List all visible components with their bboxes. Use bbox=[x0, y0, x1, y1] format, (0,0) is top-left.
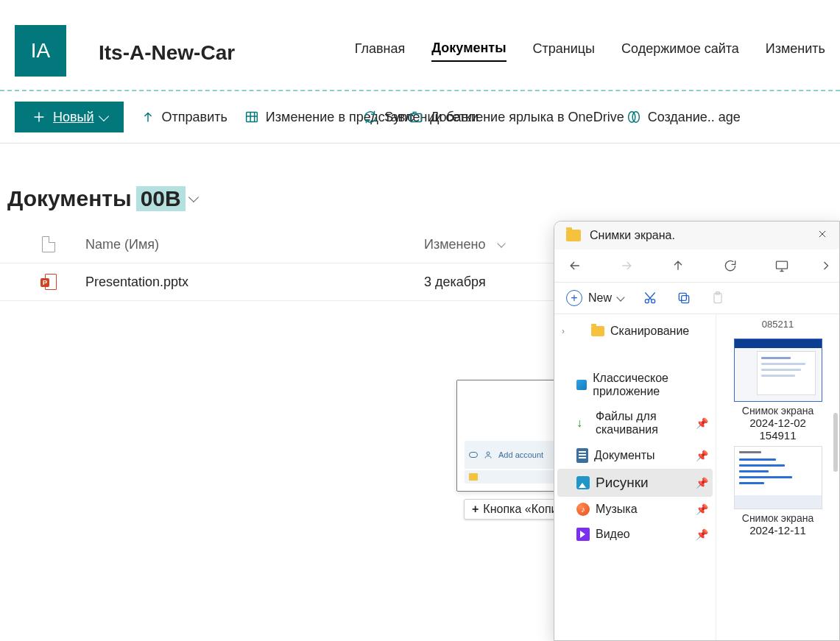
svg-point-4 bbox=[487, 452, 490, 455]
pin-icon: 📌 bbox=[696, 503, 708, 515]
tree-label: Рисунки bbox=[596, 475, 649, 491]
column-modified-label: Изменено bbox=[424, 237, 485, 252]
upload-label: Отправить bbox=[162, 110, 227, 125]
site-logo[interactable]: IA bbox=[15, 25, 66, 77]
arrow-right-icon bbox=[619, 258, 634, 273]
pin-icon: 📌 bbox=[696, 528, 708, 540]
create-label: Создание.. age bbox=[648, 110, 741, 125]
library-title-text: Документы bbox=[7, 186, 132, 211]
nav-documents[interactable]: Документы bbox=[431, 40, 506, 62]
svg-rect-1 bbox=[411, 113, 422, 121]
explorer-title: Снимки экрана. bbox=[590, 229, 675, 242]
svg-point-3 bbox=[632, 112, 639, 123]
pictures-icon bbox=[576, 476, 590, 489]
top-nav: Главная Документы Страницы Содержимое са… bbox=[355, 40, 825, 62]
library-title[interactable]: Документы 00B bbox=[7, 186, 197, 211]
pin-icon: 📌 bbox=[696, 417, 708, 429]
tree-item-scan[interactable]: › Сканирование bbox=[557, 319, 713, 344]
explorer-commandbar: + New bbox=[554, 283, 839, 314]
site-title: Its-A-New-Car bbox=[99, 37, 235, 65]
nav-home[interactable]: Главная bbox=[355, 41, 406, 61]
file-name: Presentation.pptx bbox=[85, 275, 424, 290]
monitor-icon bbox=[774, 258, 789, 273]
nav-back-button[interactable] bbox=[560, 258, 590, 273]
filename-fragment: 085211 bbox=[722, 319, 833, 334]
tree-item-video[interactable]: Видео 📌 bbox=[557, 522, 713, 547]
refresh-icon bbox=[723, 258, 738, 273]
folder-icon bbox=[566, 230, 581, 241]
close-icon bbox=[817, 229, 827, 239]
explorer-tree: › Сканирование Классическое приложение ↓… bbox=[554, 314, 716, 640]
nav-pages[interactable]: Страницы bbox=[533, 41, 596, 61]
close-button[interactable] bbox=[817, 229, 827, 242]
explorer-titlebar[interactable]: Снимки экрана. bbox=[554, 222, 839, 249]
chevron-down-icon bbox=[99, 110, 109, 121]
tree-item-classic-app[interactable]: Классическое приложение bbox=[557, 366, 713, 404]
copy-icon[interactable] bbox=[677, 291, 691, 305]
new-button[interactable]: Новый bbox=[15, 102, 124, 132]
thumb-caption: 154911 bbox=[722, 429, 833, 442]
chevron-down-icon bbox=[188, 191, 199, 202]
thumbnail-item[interactable]: Снимок экрана 2024-12-11 bbox=[722, 446, 833, 536]
download-icon: ↓ bbox=[576, 417, 590, 430]
tree-label: Сканирование bbox=[610, 325, 689, 338]
nav-refresh-button[interactable] bbox=[716, 258, 745, 273]
sync-icon bbox=[362, 109, 378, 125]
chevron-down-icon bbox=[497, 239, 505, 247]
nav-forward-button[interactable] bbox=[612, 258, 641, 273]
svg-rect-0 bbox=[247, 113, 258, 122]
tree-item-downloads[interactable]: ↓ Файлы для скачивания 📌 bbox=[557, 404, 713, 442]
svg-rect-5 bbox=[776, 261, 787, 269]
tree-item-pictures[interactable]: Рисунки 📌 bbox=[557, 469, 713, 497]
nav-edit[interactable]: Изменить bbox=[766, 41, 825, 61]
thumb-caption: Снимок экрана bbox=[722, 512, 833, 524]
expand-icon: › bbox=[562, 326, 565, 336]
nav-up-button[interactable] bbox=[663, 258, 693, 273]
thumbnail-image bbox=[734, 446, 822, 509]
upload-icon bbox=[140, 109, 156, 125]
tree-item-documents[interactable]: Документы 📌 bbox=[557, 442, 713, 469]
tree-label: Документы bbox=[594, 449, 654, 462]
column-name-label: Name (Имя) bbox=[85, 237, 159, 252]
thumb-caption: Снимок экрана bbox=[722, 405, 833, 417]
upload-button[interactable]: Отправить bbox=[140, 109, 227, 125]
folder-icon bbox=[591, 326, 604, 336]
powerpoint-icon: P bbox=[40, 274, 57, 290]
tree-label: Классическое приложение bbox=[593, 372, 708, 398]
music-icon bbox=[576, 503, 590, 516]
nav-site-contents[interactable]: Содержимое сайта bbox=[621, 41, 739, 61]
cloud-icon bbox=[469, 452, 478, 458]
svg-point-7 bbox=[652, 300, 655, 303]
sync-button[interactable]: Sync bbox=[362, 109, 414, 125]
tree-item-music[interactable]: Музыка 📌 bbox=[557, 497, 713, 522]
tree-spacer bbox=[557, 344, 713, 366]
paste-icon[interactable] bbox=[710, 291, 725, 305]
pin-icon: 📌 bbox=[696, 450, 708, 461]
create-button[interactable]: Создание.. age bbox=[626, 109, 741, 125]
column-name[interactable]: Name (Имя) bbox=[85, 237, 424, 252]
grid-icon bbox=[244, 109, 260, 125]
drag-preview-text: Add account bbox=[498, 450, 543, 459]
add-shortcut-button[interactable]: Добавление ярлыка в OneDrive bbox=[408, 109, 624, 125]
thumbnail-item[interactable]: Снимок экрана 2024-12-02 154911 bbox=[722, 339, 833, 442]
file-type-column-icon bbox=[42, 236, 55, 252]
explorer-content: 085211 Снимок экрана 2024-12-02 154911 С… bbox=[716, 314, 839, 640]
shortcut-label: Добавление ярлыка в OneDrive bbox=[430, 110, 624, 125]
column-modified[interactable]: Изменено bbox=[424, 237, 557, 252]
cut-icon[interactable] bbox=[643, 291, 657, 305]
chevron-right-icon bbox=[819, 258, 833, 273]
drag-preview: Add account bbox=[456, 380, 568, 492]
explorer-nav bbox=[554, 249, 839, 283]
thumb-caption: 2024-12-02 bbox=[722, 417, 833, 429]
breadcrumb-more[interactable] bbox=[819, 258, 833, 273]
explorer-new-label: New bbox=[588, 291, 612, 305]
tree-label: Музыка bbox=[596, 503, 638, 516]
shortcut-icon bbox=[408, 109, 424, 125]
nav-pc-button[interactable] bbox=[767, 258, 797, 273]
new-button-label: Новый bbox=[53, 110, 94, 125]
explorer-new-button[interactable]: + New bbox=[566, 290, 624, 306]
file-explorer-window: Снимки экрана. + New › Сканирование bbox=[554, 221, 840, 641]
pin-icon: 📌 bbox=[696, 477, 708, 489]
create-icon bbox=[626, 109, 642, 125]
folder-icon bbox=[469, 473, 478, 481]
